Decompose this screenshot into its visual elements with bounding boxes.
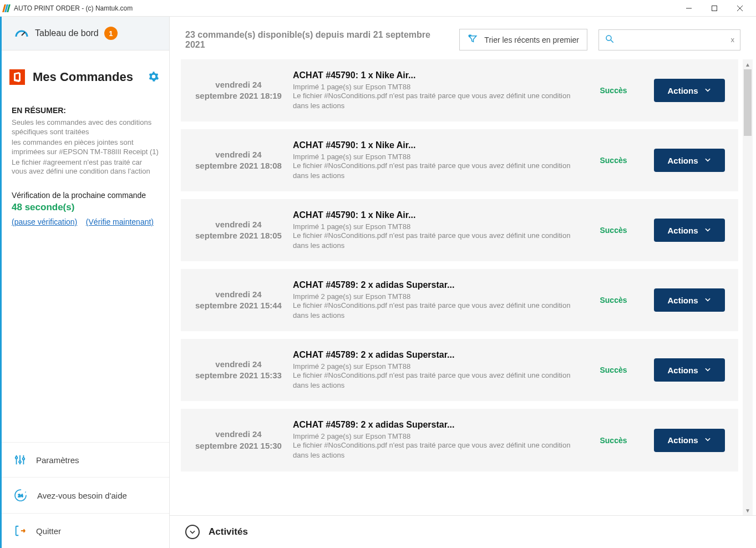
summary-line: Le fichier #agreement n'est pas traité c… [12, 158, 159, 177]
order-title: ACHAT #45790: 1 x Nike Air... [293, 70, 573, 80]
funnel-sort-icon [468, 34, 478, 45]
order-body: ACHAT #45790: 1 x Nike Air... Imprimé 1 … [293, 70, 573, 110]
verification-block: Vérification de la prochaine commande 48… [2, 177, 169, 226]
order-card: vendredi 24 septembre 2021 15:30 ACHAT #… [181, 409, 738, 471]
search-icon [605, 34, 615, 45]
verify-now-link[interactable]: (Vérifie maintenant) [86, 217, 154, 226]
order-card: vendredi 24 septembre 2021 18:19 ACHAT #… [181, 59, 738, 121]
order-print-info: Imprimé 2 page(s) sur Epson TMT88 [293, 292, 573, 301]
order-card: vendredi 24 septembre 2021 15:33 ACHAT #… [181, 339, 738, 401]
order-condition-info: Le fichier #NosConditions.pdf n'est pas … [293, 301, 573, 320]
scrollbar[interactable]: ▲ ▼ [743, 59, 753, 515]
quit-label: Quitter [36, 526, 61, 536]
order-title: ACHAT #45790: 1 x Nike Air... [293, 210, 573, 220]
orders-heading-row: Mes Commandes [9, 69, 159, 85]
actions-label: Actions [667, 296, 698, 305]
actions-label: Actions [667, 86, 698, 95]
sort-recent-button[interactable]: Trier les récents en premier [459, 29, 587, 50]
pause-verification-link[interactable]: (pause vérification) [12, 217, 77, 226]
search-input[interactable] [619, 35, 727, 44]
actions-button[interactable]: Actions [654, 288, 725, 312]
order-print-info: Imprimé 1 page(s) sur Epson TMT88 [293, 153, 573, 161]
actions-button[interactable]: Actions [654, 358, 725, 382]
actions-label: Actions [667, 435, 698, 445]
order-status: Succès [583, 436, 644, 445]
sidebar-item-dashboard[interactable]: Tableau de bord 1 [2, 17, 169, 50]
summary-label: EN RÉSUMER: [12, 106, 159, 115]
chevron-down-icon [704, 435, 712, 445]
app-logo-icon [3, 4, 9, 12]
order-status: Succès [583, 156, 644, 165]
sort-label: Trier les récents en premier [484, 35, 579, 44]
verify-countdown: 48 seconde(s) [12, 202, 159, 213]
help-label: Avez-vous besoin d'aide [37, 491, 127, 500]
order-condition-info: Le fichier #NosConditions.pdf n'est pas … [293, 161, 573, 180]
orders-list: vendredi 24 septembre 2021 18:19 ACHAT #… [181, 59, 738, 515]
order-body: ACHAT #45789: 2 x adidas Superstar... Im… [293, 420, 573, 460]
support-24h-icon: 24 [14, 489, 27, 502]
order-body: ACHAT #45790: 1 x Nike Air... Imprimé 1 … [293, 140, 573, 180]
svg-point-10 [23, 458, 25, 460]
scrollbar-up-arrow[interactable]: ▲ [743, 59, 753, 69]
sidebar: Tableau de bord 1 Mes Commandes EN RÉSUM… [0, 17, 170, 548]
order-card: vendredi 24 septembre 2021 18:08 ACHAT #… [181, 129, 738, 191]
activities-label: Activités [209, 526, 248, 537]
svg-point-13 [606, 35, 611, 40]
order-date: vendredi 24 septembre 2021 15:30 [194, 429, 283, 451]
office-icon [9, 69, 25, 85]
order-status: Succès [583, 226, 644, 235]
actions-label: Actions [667, 156, 698, 165]
svg-text:24: 24 [18, 493, 23, 498]
orders-count-summary: 23 commande(s) disponible(s) depuis mard… [185, 30, 448, 50]
main-panel: 23 commande(s) disponible(s) depuis mard… [170, 17, 756, 548]
scrollbar-thumb[interactable] [744, 69, 752, 136]
scrollbar-down-arrow[interactable]: ▼ [743, 505, 753, 515]
order-date: vendredi 24 septembre 2021 18:05 [194, 219, 283, 242]
order-date: vendredi 24 septembre 2021 18:19 [194, 79, 283, 102]
order-date: vendredi 24 septembre 2021 15:33 [194, 359, 283, 382]
sliders-icon [14, 454, 26, 466]
summary-block: EN RÉSUMER: Seules les commandes avec de… [2, 95, 169, 177]
verify-title: Vérification de la prochaine commande [12, 191, 159, 200]
order-title: ACHAT #45789: 2 x adidas Superstar... [293, 420, 573, 430]
sidebar-item-settings[interactable]: Paramètres [2, 442, 169, 477]
chevron-down-icon [704, 226, 712, 235]
order-card: vendredi 24 septembre 2021 18:05 ACHAT #… [181, 199, 738, 261]
search-box[interactable]: x [598, 29, 740, 50]
clear-search-button[interactable]: x [731, 35, 735, 44]
summary-line: Seules les commandes avec des conditions… [12, 118, 159, 137]
sidebar-item-help[interactable]: 24 Avez-vous besoin d'aide [2, 477, 169, 513]
activities-bar[interactable]: Activités [170, 515, 756, 548]
order-card: vendredi 24 septembre 2021 15:44 ACHAT #… [181, 269, 738, 331]
actions-button[interactable]: Actions [654, 149, 725, 172]
actions-button[interactable]: Actions [654, 79, 725, 102]
order-title: ACHAT #45790: 1 x Nike Air... [293, 140, 573, 150]
sidebar-item-quit[interactable]: Quitter [2, 513, 169, 548]
chevron-down-circle-icon [185, 525, 200, 539]
settings-gear-icon[interactable] [148, 71, 159, 84]
order-date: vendredi 24 septembre 2021 15:44 [194, 289, 283, 312]
settings-label: Paramètres [36, 455, 79, 465]
order-body: ACHAT #45789: 2 x adidas Superstar... Im… [293, 350, 573, 390]
window-close-button[interactable] [727, 0, 753, 17]
actions-button[interactable]: Actions [654, 219, 725, 242]
exit-icon [14, 525, 26, 537]
order-condition-info: Le fichier #NosConditions.pdf n'est pas … [293, 91, 573, 110]
svg-point-9 [19, 461, 21, 463]
actions-button[interactable]: Actions [654, 429, 725, 452]
svg-point-8 [16, 457, 18, 459]
order-title: ACHAT #45789: 2 x adidas Superstar... [293, 280, 573, 290]
order-status: Succès [583, 366, 644, 374]
dashboard-label: Tableau de bord [35, 28, 99, 38]
order-print-info: Imprimé 2 page(s) sur Epson TMT88 [293, 432, 573, 440]
chevron-down-icon [704, 366, 712, 375]
order-print-info: Imprimé 1 page(s) sur Epson TMT88 [293, 222, 573, 231]
svg-rect-1 [712, 6, 717, 11]
chevron-down-icon [704, 296, 712, 305]
chevron-down-icon [704, 156, 712, 165]
svg-line-4 [22, 32, 25, 35]
window-maximize-button[interactable] [702, 0, 727, 17]
window-minimize-button[interactable] [676, 0, 702, 17]
gauge-icon [14, 28, 29, 39]
notification-badge: 1 [104, 27, 118, 40]
